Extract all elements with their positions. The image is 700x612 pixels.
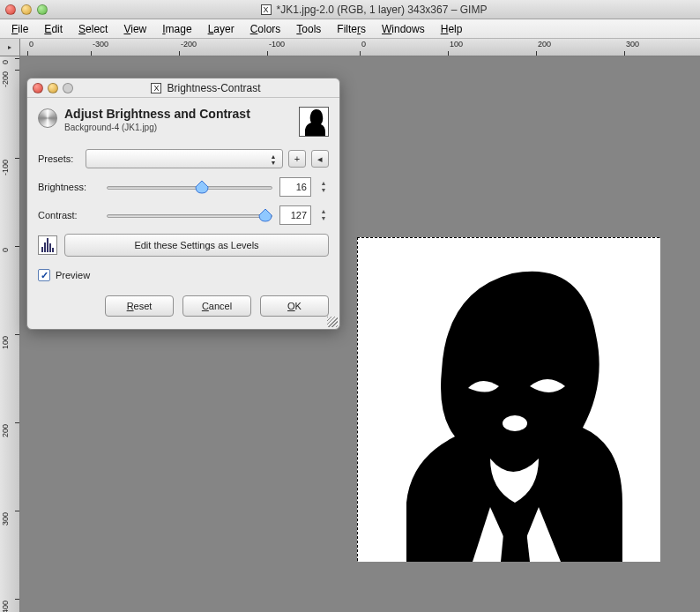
ruler-v-tick: 0 xyxy=(1,248,10,252)
ruler-corner[interactable]: ▸ xyxy=(0,39,20,56)
window-titlebar: X *JK1.jpg-2.0 (RGB, 1 layer) 343x367 – … xyxy=(0,0,700,19)
ruler-v-tick: 0 xyxy=(1,60,10,64)
menu-image[interactable]: Image xyxy=(154,19,199,38)
brightness-contrast-icon xyxy=(38,108,57,128)
menu-tools[interactable]: Tools xyxy=(288,19,329,38)
ruler-v-tick: 200 xyxy=(1,424,10,437)
cancel-button[interactable]: Cancel xyxy=(182,295,251,317)
menu-bar: File Edit Select View Image Layer Colors… xyxy=(0,19,700,39)
resize-grip[interactable] xyxy=(327,317,338,327)
svg-point-1 xyxy=(503,415,527,431)
contrast-slider[interactable] xyxy=(107,207,272,223)
brightness-spinner[interactable]: ▲▼ xyxy=(318,180,329,194)
menu-windows[interactable]: Windows xyxy=(374,19,433,38)
reset-button[interactable]: Reset xyxy=(105,295,174,317)
ruler-h-tick: -300 xyxy=(93,40,108,49)
dropdown-arrows-icon: ▲▼ xyxy=(268,152,279,168)
add-preset-button[interactable]: + xyxy=(288,150,306,168)
layer-thumbnail xyxy=(299,107,329,137)
menu-view[interactable]: View xyxy=(115,19,154,38)
ruler-h-tick: -200 xyxy=(181,40,197,49)
window-title: X *JK1.jpg-2.0 (RGB, 1 layer) 343x367 – … xyxy=(53,4,695,16)
ruler-h-tick: 300 xyxy=(626,40,639,49)
ruler-h-tick: 100 xyxy=(450,40,463,49)
menu-colors[interactable]: Colors xyxy=(242,19,289,38)
ruler-v-tick: 400 xyxy=(1,601,10,612)
minimize-window-button[interactable] xyxy=(21,4,32,15)
ruler-h-tick: -100 xyxy=(269,40,285,49)
ruler-h-tick: 200 xyxy=(538,40,551,49)
menu-edit[interactable]: Edit xyxy=(36,19,71,38)
image-content xyxy=(358,238,660,562)
dialog-title: X Brightness-Contrast xyxy=(78,82,334,94)
edit-as-levels-label: Edit these Settings as Levels xyxy=(134,240,258,250)
dialog-minimize-button[interactable] xyxy=(48,83,58,93)
close-window-button[interactable] xyxy=(5,4,16,15)
x-app-icon: X xyxy=(261,4,272,15)
edit-as-levels-button[interactable]: Edit these Settings as Levels xyxy=(64,234,329,257)
ok-button[interactable]: OK xyxy=(260,295,329,317)
ruler-v-tick: 300 xyxy=(1,512,10,526)
ruler-v-tick: 100 xyxy=(1,336,10,349)
levels-icon xyxy=(38,235,57,255)
contrast-value-input[interactable]: 127 xyxy=(279,205,311,225)
dialog-heading: Adjust Brightness and Contrast xyxy=(64,107,292,121)
dialog-close-button[interactable] xyxy=(33,83,43,93)
canvas-image[interactable] xyxy=(357,237,659,561)
ruler-v-tick: -100 xyxy=(1,160,10,175)
triangle-left-icon: ◂ xyxy=(317,153,323,165)
presets-dropdown[interactable]: ▲▼ xyxy=(86,149,283,168)
menu-layer[interactable]: Layer xyxy=(200,19,242,38)
ruler-v-tick: -200 xyxy=(1,71,10,87)
dialog-title-text: Brightness-Contrast xyxy=(167,82,260,94)
canvas-area: ▸ 0 -300 -200 -100 0 100 200 300 0 -200 … xyxy=(0,39,700,612)
menu-help[interactable]: Help xyxy=(433,19,471,38)
ruler-horizontal[interactable]: 0 -300 -200 -100 0 100 200 300 xyxy=(20,39,700,56)
dialog-subtitle: Background-4 (JK1.jpg) xyxy=(64,123,292,132)
ruler-h-tick: 0 xyxy=(361,40,366,49)
preview-label: Preview xyxy=(56,270,90,280)
contrast-spinner[interactable]: ▲▼ xyxy=(318,208,329,222)
contrast-label: Contrast: xyxy=(38,210,100,220)
plus-icon: + xyxy=(294,153,300,164)
brightness-value-input[interactable]: 16 xyxy=(279,177,311,197)
brightness-slider[interactable] xyxy=(107,179,272,195)
dialog-zoom-button[interactable] xyxy=(63,83,73,93)
brightness-label: Brightness: xyxy=(38,182,100,192)
preset-menu-button[interactable]: ◂ xyxy=(311,150,329,168)
menu-file[interactable]: File xyxy=(4,19,36,38)
zoom-window-button[interactable] xyxy=(37,4,48,15)
brightness-contrast-dialog: X Brightness-Contrast Adjust Brightness … xyxy=(26,78,340,330)
menu-select[interactable]: Select xyxy=(71,19,115,38)
window-title-text: *JK1.jpg-2.0 (RGB, 1 layer) 343x367 – GI… xyxy=(277,4,488,16)
x-app-icon: X xyxy=(151,83,161,93)
menu-filters[interactable]: Filters xyxy=(329,19,374,38)
preview-checkbox[interactable]: ✓ xyxy=(38,269,50,281)
dialog-titlebar[interactable]: X Brightness-Contrast xyxy=(27,78,339,98)
ruler-h-tick: 0 xyxy=(29,40,34,49)
ruler-vertical[interactable]: 0 -200 -100 0 100 200 300 400 xyxy=(0,56,20,612)
presets-label: Presets: xyxy=(38,153,80,164)
